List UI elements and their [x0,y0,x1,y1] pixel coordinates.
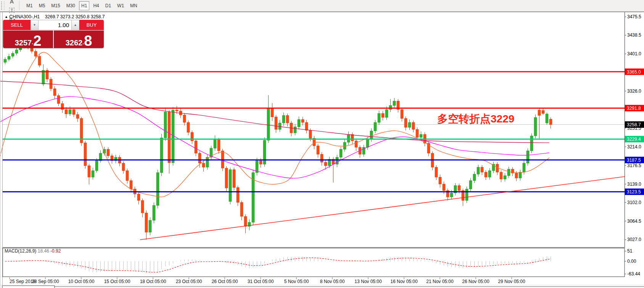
price-label-3291.8: 3291.8 [625,105,644,111]
svg-text:3258.7: 3258.7 [627,122,641,127]
timeframe-button-m5[interactable]: M5 [37,1,48,10]
time-tick-label: 15 Oct 05:00 [104,279,130,284]
dropdown-caret-icon: ▾ [13,18,15,21]
timeframe-button-m1[interactable]: M1 [24,1,35,10]
time-tick-label: 8 Nov 05:00 [320,279,345,284]
price-tick-label: 3176.5 [627,163,641,168]
time-tick-label: 26 Nov 05:00 [462,279,489,284]
macd-tick-label: -63.44 [627,271,640,277]
toolbar-separator [19,2,21,10]
time-tick-label: 31 Oct 05:00 [248,279,274,284]
chart-text-annotation: 多空转折点3229 [437,112,514,126]
chart-title: ▲ CHINA300-,H1 3269.7 3273.2 3250.8 3258… [5,14,105,19]
timeframe-button-h1[interactable]: H1 [79,1,89,10]
price-tick-label: 3438.5 [627,32,641,38]
volume-increase-button[interactable]: ▲ [71,20,79,30]
trend-line[interactable] [140,177,625,240]
ask-price[interactable]: 3262.8 [54,31,104,48]
price-tick-label: 3139.0 [627,182,641,187]
time-tick-label: 23 Oct 05:00 [176,279,202,284]
svg-text:3187.5: 3187.5 [627,158,641,163]
toolbar-grip[interactable] [1,2,5,10]
bid-price[interactable]: 3257.2 [3,31,53,48]
price-tick-label: 3326.0 [627,88,641,94]
price-label-3187.5: 3187.5 [625,157,644,163]
price-label-3229.4: 3229.4 [625,136,644,142]
time-tick-label: 5 Nov 05:00 [284,279,309,284]
timeframe-button-m30[interactable]: M30 [64,1,77,10]
arrange-icon[interactable]: ⇵▾ [6,15,17,24]
price-tick-label: 3027.0 [627,237,641,242]
svg-text:3229.4: 3229.4 [627,137,641,142]
timeframe-button-m15[interactable]: M15 [49,1,62,10]
toolbar: FAT⇵▾ M1M5M15M30H1H4D1W1MN [0,0,644,12]
time-tick-label: 21 Nov 05:00 [426,279,454,284]
time-tick-label: 29 Nov 05:00 [498,279,525,284]
time-tick-label: 13 Nov 05:00 [354,279,382,284]
ask-price-big-digit: 8 [84,35,92,47]
ohlc-values: 3269.7 3273.2 3250.8 3258.7 [45,14,105,19]
timeframe-button-d1[interactable]: D1 [103,1,113,10]
one-click-trading-panel: SELL ▼ ▲ BUY 3257.2 3262.8 [3,20,104,48]
macd-tick-label: 51 [627,248,633,254]
price-label-3123.5: 3123.5 [625,188,644,195]
price-tick-label: 3214.0 [627,144,641,150]
svg-text:3123.5: 3123.5 [627,189,641,195]
macd-label: MACD(12,26,9) 18.46 -0.92 [5,248,61,254]
timeframe-button-w1[interactable]: W1 [115,1,126,10]
volume-input[interactable] [39,20,71,30]
price-tick-label: 3475.5 [627,14,641,19]
text-box-icon[interactable]: T [6,6,17,15]
chart-tab[interactable] [2,286,55,288]
volume-decrease-button[interactable]: ▼ [31,20,39,30]
ask-price-main: 3262 [66,39,83,47]
price-tick-label: 3064.5 [627,219,641,224]
bid-price-main: 3257 [15,39,32,47]
timeframe-button-mn[interactable]: MN [128,1,140,10]
time-tick-label: 28 Sep 05:00 [32,279,59,284]
timeframe-button-h4[interactable]: H4 [91,1,101,10]
time-tick-label: 10 Oct 05:00 [68,279,95,284]
bid-price-big-digit: 2 [33,35,41,47]
time-tick-label: 18 Oct 05:00 [140,279,166,284]
price-tick-label: 3401.0 [627,51,641,56]
svg-text:3291.8: 3291.8 [627,106,641,111]
price-tick-label: 3102.0 [627,200,641,205]
svg-text:3365.0: 3365.0 [627,69,641,75]
price-axis: 3475.53438.53401.03326.03251.53214.03176… [625,14,641,242]
time-axis: 25 Sep 201828 Sep 05:0010 Oct 05:0015 Oc… [10,277,525,284]
macd-panel[interactable] [3,248,625,277]
time-tick-label: 26 Oct 05:00 [212,279,238,284]
price-label-3258.7: 3258.7 [625,121,644,128]
time-tick-label: 16 Nov 05:00 [390,279,418,284]
buy-button[interactable]: BUY [79,20,104,30]
text-label-icon[interactable]: A [6,0,17,6]
macd-tick-label: 0.00 [627,259,636,264]
price-label-3365.0: 3365.0 [625,69,644,75]
